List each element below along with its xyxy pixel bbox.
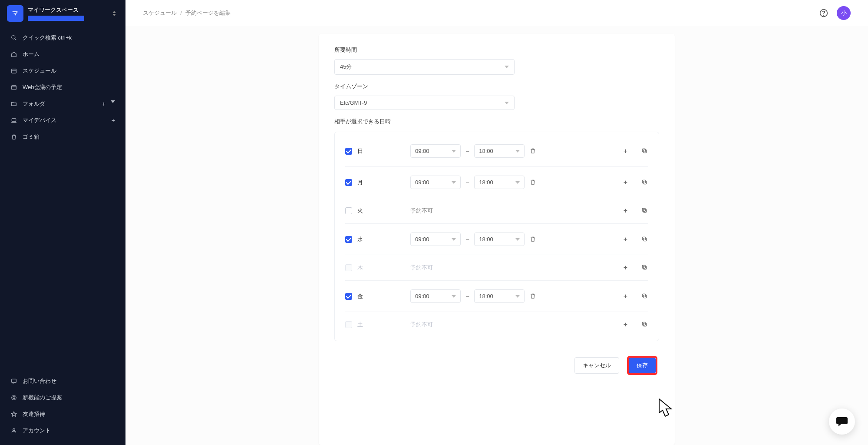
svg-point-13 (824, 15, 824, 16)
save-button[interactable]: 保存 (629, 358, 656, 373)
duration-select[interactable]: 45分 (334, 59, 515, 75)
add-slot-icon[interactable]: + (624, 179, 627, 186)
day-row: 土 予約不可 + (345, 312, 648, 337)
delete-slot-icon[interactable] (530, 148, 537, 155)
copy-slot-icon[interactable] (641, 207, 648, 214)
form-card: 所要時間 45分 タイムゾーン Etc/GMT-9 相手が選択できる日時 日 0… (319, 34, 675, 445)
svg-rect-16 (644, 181, 647, 184)
day-start-select[interactable]: 09:00 (410, 289, 461, 303)
day-start-select[interactable]: 09:00 (410, 232, 461, 246)
copy-slot-icon[interactable] (641, 321, 648, 328)
day-row: 月 09:00 – 18:00 + (345, 166, 648, 198)
sidebar: マ マイワークスペース クイック検索 ctrl+k ホーム スケジュ (0, 0, 125, 445)
help-icon[interactable] (819, 9, 828, 17)
add-slot-icon[interactable]: + (624, 292, 627, 300)
day-unavailable: 予約不可 (410, 321, 433, 329)
target-icon (10, 394, 17, 401)
time-dash: – (466, 236, 469, 242)
svg-rect-22 (644, 266, 647, 269)
day-checkbox[interactable] (345, 264, 352, 271)
folder-chevron-down-icon[interactable] (111, 100, 115, 107)
chat-widget[interactable] (829, 408, 855, 435)
nav-web-meeting[interactable]: Web会議の予定 (0, 79, 125, 96)
timezone-select[interactable]: Etc/GMT-9 (334, 96, 515, 110)
copy-slot-icon[interactable] (641, 236, 648, 243)
chevron-down-icon (452, 150, 456, 153)
day-row: 金 09:00 – 18:00 + (345, 280, 648, 312)
day-end-select[interactable]: 18:00 (474, 232, 525, 246)
breadcrumb-current: 予約ページを編集 (185, 9, 231, 17)
svg-rect-15 (642, 149, 645, 152)
save-button-highlight: 保存 (627, 356, 657, 375)
breadcrumb-parent[interactable]: スケジュール (143, 9, 177, 17)
nav-trash[interactable]: ゴミ箱 (0, 129, 125, 145)
time-dash: – (466, 293, 469, 299)
avatar[interactable]: 小 (837, 6, 851, 20)
chevron-down-icon (452, 238, 456, 241)
nav-quick-search[interactable]: クイック検索 ctrl+k (0, 30, 125, 46)
add-slot-icon[interactable]: + (624, 207, 627, 215)
workspace-subtitle-highlight (28, 16, 84, 21)
day-start-select[interactable]: 09:00 (410, 176, 461, 189)
svg-point-10 (13, 397, 15, 399)
day-checkbox[interactable] (345, 293, 352, 300)
device-add-icon[interactable]: + (112, 117, 115, 124)
nav-invite[interactable]: 友達招待 (0, 406, 125, 422)
workspace-header[interactable]: マ マイワークスペース (0, 0, 125, 27)
availability-label: 相手が選択できる日時 (334, 118, 659, 126)
delete-slot-icon[interactable] (530, 236, 537, 243)
chat-bubble-icon (836, 416, 848, 427)
svg-rect-8 (12, 379, 17, 382)
add-slot-icon[interactable]: + (624, 236, 627, 243)
svg-rect-2 (12, 69, 17, 73)
chevron-down-icon (452, 181, 456, 184)
day-checkbox[interactable] (345, 321, 352, 328)
add-slot-icon[interactable]: + (624, 321, 627, 329)
day-name: 日 (357, 147, 363, 155)
copy-slot-icon[interactable] (641, 148, 648, 155)
day-checkbox[interactable] (345, 179, 352, 186)
day-start-select[interactable]: 09:00 (410, 144, 461, 158)
day-row: 火 予約不可 + (345, 198, 648, 223)
star-icon (10, 411, 17, 418)
chevron-down-icon (515, 238, 520, 241)
workspace-switcher-chevron-icon[interactable] (110, 11, 119, 16)
day-row: 木 予約不可 + (345, 255, 648, 280)
folder-add-icon[interactable]: + (102, 100, 106, 107)
nav-account[interactable]: アカウント (0, 422, 125, 439)
svg-rect-17 (642, 180, 645, 183)
nav-my-device[interactable]: マイデバイス + (0, 112, 125, 129)
day-checkbox[interactable] (345, 148, 352, 155)
copy-slot-icon[interactable] (641, 293, 648, 300)
nav-schedule[interactable]: スケジュール (0, 63, 125, 79)
nav-folder[interactable]: フォルダ + (0, 96, 125, 112)
day-end-select[interactable]: 18:00 (474, 289, 525, 303)
day-end-select[interactable]: 18:00 (474, 144, 525, 158)
day-name: 水 (357, 236, 363, 243)
add-slot-icon[interactable]: + (624, 264, 627, 272)
day-checkbox[interactable] (345, 207, 352, 214)
copy-slot-icon[interactable] (641, 179, 648, 186)
delete-slot-icon[interactable] (530, 179, 537, 186)
breadcrumb: スケジュール / 予約ページを編集 (143, 9, 231, 17)
svg-rect-14 (644, 149, 647, 153)
cancel-button[interactable]: キャンセル (574, 357, 619, 374)
nav-home[interactable]: ホーム (0, 46, 125, 63)
nav-contact[interactable]: お問い合わせ (0, 373, 125, 389)
delete-slot-icon[interactable] (530, 293, 537, 300)
add-slot-icon[interactable]: + (624, 147, 627, 155)
availability-box: 日 09:00 – 18:00 + 月 09:00 – 18:00 + (334, 132, 659, 341)
day-unavailable: 予約不可 (410, 264, 433, 272)
day-checkbox[interactable] (345, 236, 352, 243)
form-footer: キャンセル 保存 (334, 341, 659, 377)
svg-rect-21 (642, 237, 645, 240)
day-end-select[interactable]: 18:00 (474, 176, 525, 189)
copy-slot-icon[interactable] (641, 264, 648, 271)
svg-rect-4 (12, 86, 17, 90)
time-dash: – (466, 179, 469, 186)
user-icon (10, 427, 17, 434)
main-area: スケジュール / 予約ページを編集 小 所要時間 45分 タイムゾーン Etc/… (125, 0, 868, 445)
svg-rect-23 (642, 265, 645, 268)
topbar: スケジュール / 予約ページを編集 小 (125, 0, 868, 26)
nav-new-features[interactable]: 新機能のご提案 (0, 389, 125, 406)
